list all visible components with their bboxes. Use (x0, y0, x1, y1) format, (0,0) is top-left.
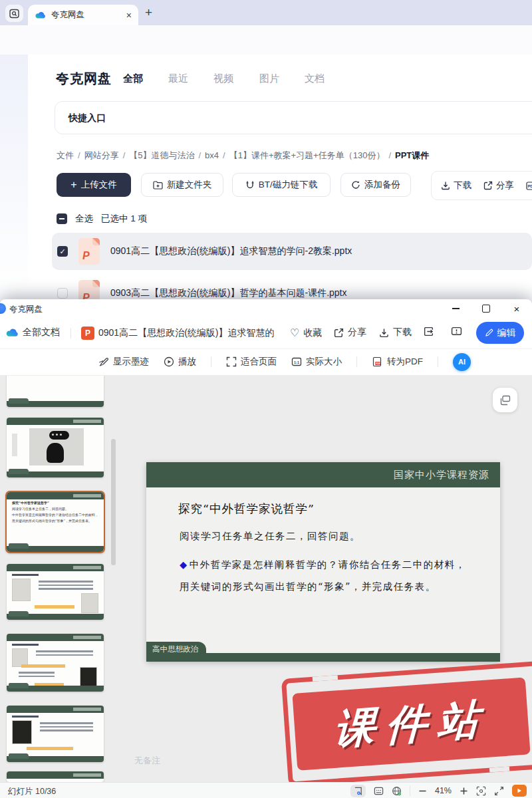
view-mode-button-active[interactable] (350, 785, 366, 797)
slide-title: 探究“中外哲学家说哲学” (178, 501, 315, 517)
play-circle-icon (164, 356, 174, 367)
file-name[interactable]: 0903高二【思想政治(统编版)】哲学的基本问题-课件.pptx (110, 287, 346, 299)
download-button[interactable]: 下载 (441, 180, 471, 192)
folder-plus-icon (153, 181, 163, 190)
add-backup-button[interactable]: 添加备份 (340, 173, 411, 197)
viewer-share-button[interactable]: 分享 (334, 327, 366, 338)
feedback-button[interactable] (451, 326, 462, 337)
backup-sync-icon (351, 180, 360, 190)
notes-placeholder[interactable]: 无备注 (134, 755, 160, 767)
slide-corner-label: 国家中小学课程资源 (394, 469, 489, 481)
vertical-label (12, 434, 17, 456)
close-icon: × (514, 303, 520, 315)
bt-magnet-download-button[interactable]: BT/磁力链下载 (232, 173, 331, 197)
marx-portrait (12, 720, 32, 744)
tab-video[interactable]: 视频 (213, 72, 233, 85)
new-folder-button[interactable]: 新建文件夹 (141, 173, 223, 197)
quick-entry-card[interactable]: 快捷入口 (55, 101, 532, 134)
slide-thumbnail-current[interactable]: 探究“中外哲学家说哲学” 阅读学习任务单之任务二，回答问题。 中外哲学家是怎样阐… (5, 491, 105, 553)
slide-canvas[interactable]: 国家中小学课程资源 探究“中外哲学家说哲学” 阅读学习任务单之任务二，回答问题。… (146, 462, 500, 662)
new-tab-button[interactable]: + (145, 5, 152, 20)
save-to-drive-button[interactable] (423, 326, 434, 337)
document-title: 0901高二【思想政治(统编版)】追求智慧的 (98, 327, 274, 339)
heart-icon: ♡ (290, 327, 299, 339)
breadcrumb-item[interactable]: bx4 (205, 150, 219, 160)
breadcrumb-item[interactable]: 【1】课件+教案+习题+任务单（130份） (229, 150, 385, 160)
select-all-checkbox[interactable] (57, 213, 67, 224)
tab-doc[interactable]: 文档 (305, 72, 325, 85)
ink-pen-icon (98, 356, 109, 367)
share-button[interactable]: 分享 (483, 180, 514, 192)
drive-brand: 夸克网盘 (56, 70, 112, 88)
translate-globe-icon[interactable] (392, 786, 402, 796)
browser-tab[interactable]: 夸克网盘 × (28, 5, 138, 25)
workspace-search-button[interactable] (5, 5, 23, 22)
slide-thumbnail-13[interactable] (7, 706, 104, 762)
zoom-level[interactable]: 41% (435, 786, 452, 795)
philosopher-portrait (81, 593, 98, 613)
fullscreen-button[interactable] (494, 786, 504, 796)
all-docs-button[interactable]: 全部文档 (5, 326, 60, 339)
stamp-text: 课件站 (332, 690, 489, 757)
page-preview-icon (353, 786, 363, 796)
slide-thumbnail-11[interactable] (7, 564, 104, 620)
viewer-download-button[interactable]: 下载 (379, 327, 412, 338)
tab-all[interactable]: 全部 (123, 72, 143, 85)
window-minimize-button[interactable] (440, 299, 471, 318)
slide-thumbnail-9b[interactable] (7, 418, 104, 477)
svg-text:1:1: 1:1 (294, 360, 299, 364)
play-icon (517, 788, 522, 793)
hegel-portrait (80, 667, 97, 687)
present-play-button[interactable] (512, 785, 527, 797)
fit-page-icon (226, 356, 237, 367)
file-checkbox-unchecked[interactable] (57, 288, 68, 299)
tab-close-icon[interactable]: × (126, 11, 132, 20)
select-all-label[interactable]: 全选 (75, 213, 93, 225)
window-maximize-button[interactable] (471, 299, 501, 318)
notes-panel-icon[interactable] (374, 786, 384, 796)
ppt-viewer-window: 夸克网盘 × 全部文档 P 0901高二【思想政治(统编版)】追求智慧的 ♡ 收… (0, 299, 532, 798)
pen-icon (485, 329, 493, 337)
viewer-tool-bar: 显示墨迹 播放 适合页面 1:1 实际大小 PDF 转为PDF AI (0, 348, 532, 376)
breadcrumb-item[interactable]: 网站分享 (84, 150, 119, 160)
breadcrumb-current[interactable]: PPT课件 (395, 150, 429, 160)
file-checkbox-checked[interactable]: ✓ (57, 246, 68, 257)
convert-to-pdf-button[interactable]: PDF 转为PDF (372, 356, 423, 368)
actual-size-button[interactable]: 1:1 实际大小 (291, 356, 342, 368)
open-document: P 0901高二【思想政治(统编版)】追求智慧的 (81, 327, 274, 340)
magnet-icon (245, 180, 255, 190)
edit-button[interactable]: 编辑 (476, 322, 524, 344)
presentation-toggle-button[interactable] (493, 388, 517, 412)
viewer-status-bar: 幻灯片 10/36 41% (0, 782, 532, 798)
slide-thumbnail-14[interactable] (7, 771, 104, 782)
breadcrumb-item[interactable]: 【5】道德与法治 (129, 150, 194, 160)
zoom-in-button[interactable] (460, 787, 468, 795)
thumbnail-scrollbar[interactable] (111, 439, 116, 565)
fit-page-button[interactable]: 适合页面 (226, 356, 277, 368)
file-name[interactable]: 0901高二【思想政治(统编版)】追求智慧的学问-2教案.pptx (110, 245, 352, 257)
pptx-file-icon: P (78, 238, 100, 265)
head-silhouette-image (29, 428, 84, 466)
slide-thumbnail-9[interactable] (7, 376, 104, 407)
browser-tab-bar: 夸克网盘 × + (0, 0, 532, 25)
show-ink-button[interactable]: 显示墨迹 (98, 356, 149, 368)
slide-counter: 幻灯片 10/36 (8, 786, 56, 797)
breadcrumb-item[interactable]: 文件 (57, 150, 74, 160)
viewer-title-bar[interactable]: 夸克网盘 × (0, 299, 532, 318)
slide-thumbnail-12[interactable] (7, 634, 104, 692)
tab-recent[interactable]: 最近 (168, 72, 188, 85)
tab-image[interactable]: 图片 (259, 72, 279, 85)
zoom-out-button[interactable] (418, 787, 427, 795)
slide-header-bar: 国家中小学课程资源 (146, 462, 500, 487)
upload-file-button[interactable]: + 上传文件 (57, 173, 131, 197)
fit-screen-button[interactable] (476, 786, 486, 796)
favorite-button[interactable]: ♡ 收藏 (290, 327, 322, 339)
ai-assistant-button[interactable]: AI (453, 353, 471, 371)
window-close-button[interactable]: × (501, 299, 532, 318)
share-icon (334, 328, 344, 338)
convert-to-pdf-button[interactable]: PDF 转为 (526, 180, 532, 192)
file-row-selected[interactable]: ✓ P 0901高二【思想政治(统编版)】追求智慧的学问-2教案.pptx (52, 233, 532, 270)
breadcrumb: 文件/网站分享/【5】道德与法治/bx4/【1】课件+教案+习题+任务单（130… (57, 150, 429, 162)
action-button-row: + 上传文件 新建文件夹 BT/磁力链下载 添加备份 下载 (0, 173, 532, 198)
play-slideshow-button[interactable]: 播放 (164, 356, 196, 368)
